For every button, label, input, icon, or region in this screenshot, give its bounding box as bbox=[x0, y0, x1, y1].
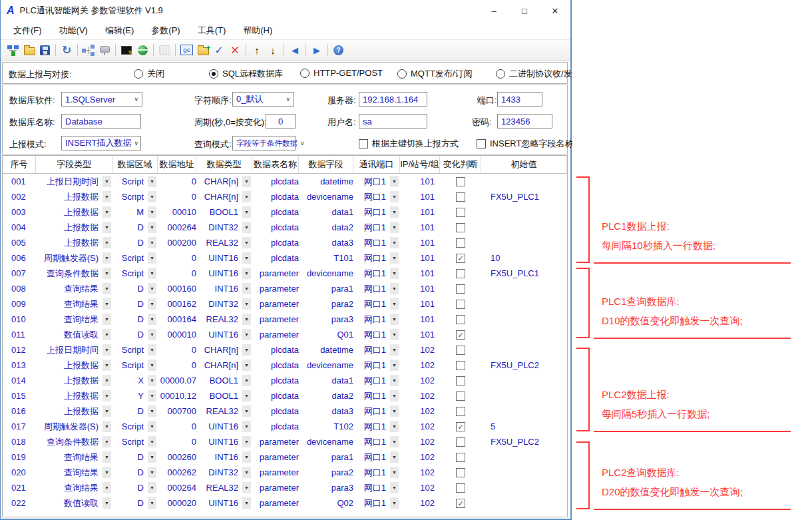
dropdown-button[interactable]: ▼ bbox=[390, 375, 399, 386]
cell-data-field[interactable]: para3 bbox=[299, 483, 353, 493]
cell-data-address[interactable]: 00010 bbox=[158, 207, 196, 217]
cell-index[interactable]: 004 bbox=[3, 222, 36, 232]
cell-data-type[interactable]: DINT32▼ bbox=[196, 467, 252, 478]
open-file-icon[interactable] bbox=[22, 43, 37, 57]
dropdown-button[interactable]: ▼ bbox=[390, 390, 399, 401]
cell-data-address[interactable]: 0 bbox=[158, 268, 196, 278]
cell-field-type[interactable]: 查询条件数据▼ bbox=[36, 436, 112, 448]
cell-data-address[interactable]: 0 bbox=[158, 253, 196, 263]
cell-index[interactable]: 012 bbox=[3, 345, 36, 355]
dropdown-button[interactable]: ▼ bbox=[390, 344, 399, 356]
report-mode-select[interactable]: INSERT插入数据 ∨ bbox=[61, 136, 141, 150]
cell-data-area[interactable]: D▼ bbox=[112, 314, 158, 325]
cell-data-field[interactable]: devicename bbox=[299, 192, 353, 202]
port-input[interactable]: 1433 bbox=[497, 92, 542, 107]
cell-station[interactable]: 101 bbox=[400, 330, 440, 340]
cell-data-field[interactable]: data3 bbox=[299, 238, 353, 248]
dropdown-button[interactable]: ▼ bbox=[148, 252, 156, 264]
cell-station[interactable]: 102 bbox=[400, 360, 440, 370]
cell-table-name[interactable]: parameter bbox=[252, 437, 299, 447]
cell-data-area[interactable]: Script▼ bbox=[112, 436, 158, 447]
cell-data-address[interactable]: 000700 bbox=[158, 406, 196, 416]
cell-data-area[interactable]: D▼ bbox=[112, 283, 158, 294]
cell-station[interactable]: 102 bbox=[400, 467, 440, 477]
dropdown-button[interactable]: ▼ bbox=[390, 497, 399, 509]
dropdown-button[interactable]: ▼ bbox=[102, 375, 111, 386]
cell-station[interactable]: 102 bbox=[400, 376, 440, 386]
cell-comm-port[interactable]: 网口1▼ bbox=[353, 390, 400, 402]
dropdown-button[interactable]: ▼ bbox=[102, 237, 111, 248]
cell-station[interactable]: 101 bbox=[400, 238, 440, 248]
cell-comm-port[interactable]: 网口1▼ bbox=[353, 268, 400, 280]
cell-data-field[interactable]: data1 bbox=[299, 207, 353, 217]
change-checkbox[interactable] bbox=[456, 361, 465, 370]
query-mode-select[interactable]: 字段等于条件数据 ∨ bbox=[232, 136, 296, 150]
cell-comm-port[interactable]: 网口1▼ bbox=[353, 252, 400, 264]
cell-initial-value[interactable]: 5 bbox=[481, 421, 567, 431]
network-globe-icon[interactable] bbox=[135, 43, 150, 57]
dropdown-button[interactable]: ▼ bbox=[148, 497, 156, 509]
change-checkbox[interactable]: ✓ bbox=[456, 330, 465, 340]
dropdown-button[interactable]: ▼ bbox=[148, 451, 156, 463]
device-edit-icon[interactable] bbox=[119, 43, 134, 57]
change-checkbox[interactable]: ✓ bbox=[456, 499, 465, 508]
refresh-icon[interactable]: ↻ bbox=[59, 43, 74, 57]
dropdown-button[interactable]: ▼ bbox=[148, 237, 156, 248]
cell-station[interactable]: 101 bbox=[400, 314, 440, 324]
change-checkbox[interactable] bbox=[456, 238, 465, 248]
menu-file[interactable]: 文件(F) bbox=[5, 22, 51, 39]
maximize-button[interactable]: □ bbox=[509, 0, 540, 21]
cell-index[interactable]: 006 bbox=[3, 253, 36, 263]
dropdown-button[interactable]: ▼ bbox=[390, 191, 399, 202]
dropdown-button[interactable]: ▼ bbox=[102, 344, 111, 356]
dropdown-button[interactable]: ▼ bbox=[148, 344, 156, 356]
cell-data-type[interactable]: CHAR[n]▼ bbox=[196, 360, 252, 371]
cell-comm-port[interactable]: 网口1▼ bbox=[353, 314, 400, 326]
dropdown-button[interactable]: ▼ bbox=[390, 222, 399, 233]
cell-station[interactable]: 102 bbox=[400, 406, 440, 416]
dropdown-button[interactable]: ▼ bbox=[242, 298, 251, 310]
cell-data-address[interactable]: 000200 bbox=[158, 238, 196, 248]
dropdown-button[interactable]: ▼ bbox=[242, 268, 251, 279]
change-checkbox[interactable] bbox=[456, 407, 465, 416]
cell-field-type[interactable]: 查询条件数据▼ bbox=[36, 268, 112, 280]
close-button[interactable]: ✕ bbox=[540, 0, 570, 21]
dropdown-button[interactable]: ▼ bbox=[242, 329, 251, 340]
cell-station[interactable]: 101 bbox=[400, 207, 440, 217]
change-checkbox[interactable] bbox=[456, 284, 465, 294]
cell-field-type[interactable]: 上报数据▼ bbox=[36, 237, 112, 249]
cell-comm-port[interactable]: 网口1▼ bbox=[353, 222, 400, 234]
cell-field-type[interactable]: 查询结果▼ bbox=[36, 467, 112, 479]
dropdown-button[interactable]: ▼ bbox=[102, 436, 111, 447]
cell-field-type[interactable]: 查询结果▼ bbox=[36, 451, 112, 463]
cell-comm-port[interactable]: 网口1▼ bbox=[353, 467, 400, 479]
cell-data-field[interactable]: Q02 bbox=[299, 498, 353, 508]
cell-index[interactable]: 009 bbox=[3, 299, 36, 309]
cell-data-area[interactable]: M▼ bbox=[112, 206, 158, 218]
dropdown-button[interactable]: ▼ bbox=[148, 467, 156, 478]
dropdown-button[interactable]: ▼ bbox=[390, 451, 399, 463]
cell-field-type[interactable]: 上报数据▼ bbox=[36, 405, 112, 417]
dropdown-button[interactable]: ▼ bbox=[102, 421, 111, 432]
cell-data-type[interactable]: CHAR[n]▼ bbox=[196, 344, 252, 356]
cell-comm-port[interactable]: 网口1▼ bbox=[353, 497, 400, 509]
dropdown-button[interactable]: ▼ bbox=[148, 482, 156, 493]
cell-station[interactable]: 102 bbox=[400, 452, 440, 462]
dropdown-button[interactable]: ▼ bbox=[148, 314, 156, 325]
cell-data-type[interactable]: INT16▼ bbox=[196, 451, 252, 463]
cell-station[interactable]: 102 bbox=[400, 391, 440, 401]
cell-data-type[interactable]: UINT16▼ bbox=[196, 252, 252, 264]
menu-edit[interactable]: 编辑(E) bbox=[97, 22, 142, 39]
cell-data-area[interactable]: Script▼ bbox=[112, 344, 158, 356]
help-icon[interactable]: ? bbox=[333, 45, 343, 55]
dropdown-button[interactable]: ▼ bbox=[148, 421, 156, 432]
dropdown-button[interactable]: ▼ bbox=[242, 222, 251, 233]
dropdown-button[interactable]: ▼ bbox=[242, 482, 251, 493]
change-checkbox[interactable] bbox=[456, 315, 465, 324]
cell-station[interactable]: 102 bbox=[400, 498, 440, 508]
cell-station[interactable]: 101 bbox=[400, 268, 440, 278]
dropdown-button[interactable]: ▼ bbox=[242, 360, 251, 371]
dropdown-button[interactable]: ▼ bbox=[148, 191, 156, 202]
cell-table-name[interactable]: plcdata bbox=[252, 253, 299, 263]
cell-field-type[interactable]: 周期触发器(S)▼ bbox=[36, 421, 112, 433]
